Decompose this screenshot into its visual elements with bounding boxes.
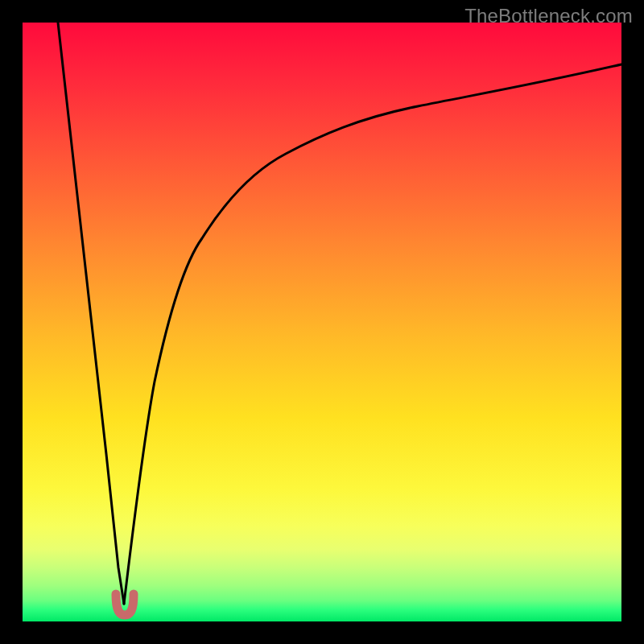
chart-frame: TheBottleneck.com (0, 0, 644, 644)
curve-layer (23, 23, 621, 621)
curve-left-branch (58, 23, 124, 604)
curve-right-branch (124, 64, 621, 604)
plot-area (23, 23, 621, 621)
